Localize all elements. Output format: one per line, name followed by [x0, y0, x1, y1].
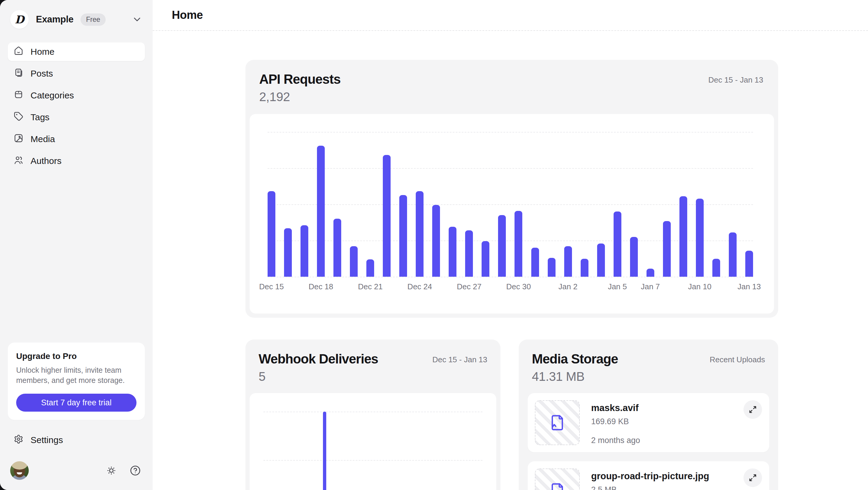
sidebar-item-label: Home	[31, 47, 55, 57]
chart-bar	[581, 259, 588, 277]
page-header: Home	[153, 0, 868, 31]
webhook-deliveries-total: 5	[258, 366, 378, 384]
chart-bar	[564, 246, 572, 277]
sidebar-footer	[8, 461, 145, 480]
x-axis-tick-label: Dec 21	[358, 282, 382, 291]
chart-bar	[432, 205, 440, 277]
media-thumbnail	[535, 468, 580, 490]
webhook-date-range: Dec 15 - Jan 13	[432, 355, 487, 364]
chart-bar	[712, 259, 720, 277]
upgrade-title: Upgrade to Pro	[16, 352, 136, 361]
media-storage-card: Media Storage 41.31 MB Recent Uploads ma…	[519, 339, 778, 490]
chart-bar	[465, 230, 473, 277]
workspace-name: Example	[36, 14, 73, 25]
expand-button[interactable]	[743, 468, 762, 487]
chart-bar	[284, 228, 292, 277]
workspace-switcher[interactable]: D Example Free	[8, 9, 145, 29]
chart-bar	[498, 215, 506, 277]
x-axis-tick-label: Dec 15	[259, 282, 284, 291]
api-requests-title: API Requests	[259, 72, 341, 87]
expand-button[interactable]	[743, 400, 762, 419]
chart-bar	[679, 196, 687, 277]
chart-bar	[399, 195, 407, 277]
api-requests-chart: Dec 15Dec 18Dec 21Dec 24Dec 27Dec 30Jan …	[250, 114, 774, 314]
chart-bar	[745, 251, 753, 277]
settings-label: Settings	[31, 435, 63, 445]
x-axis-tick-label: Jan 13	[738, 282, 761, 291]
chart-bar	[663, 221, 671, 277]
sidebar-item-authors[interactable]: Authors	[8, 152, 145, 170]
chart-bar	[383, 155, 391, 277]
file-image-icon	[548, 414, 567, 432]
chart-gridline	[268, 277, 753, 277]
upgrade-card: Upgrade to Pro Unlock higher limits, inv…	[8, 342, 145, 420]
theme-toggle-sun-icon[interactable]	[104, 463, 119, 478]
chevron-down-icon[interactable]	[132, 14, 143, 25]
media-file-size: 169.69 KB	[591, 417, 640, 426]
posts-icon	[14, 68, 23, 79]
media-list-item[interactable]: masks.avif 169.69 KB 2 months ago	[528, 393, 769, 452]
media-storage-title: Media Storage	[532, 352, 618, 366]
chart-bar	[630, 237, 638, 277]
chart-bar	[334, 219, 341, 277]
media-file-uploaded: 2 months ago	[591, 436, 640, 445]
api-requests-card: API Requests 2,192 Dec 15 - Jan 13 Dec 1…	[245, 60, 778, 318]
api-requests-date-range: Dec 15 - Jan 13	[708, 75, 763, 85]
media-file-name: masks.avif	[591, 403, 640, 414]
chart-bar	[268, 191, 275, 277]
sidebar-item-tags[interactable]: Tags	[8, 108, 145, 127]
chart-bar	[597, 243, 605, 277]
media-storage-total: 41.31 MB	[532, 366, 618, 384]
webhook-deliveries-title: Webhook Deliveries	[258, 352, 378, 366]
expand-icon	[748, 473, 757, 482]
gear-icon	[14, 434, 23, 446]
api-chart-plot	[268, 132, 753, 277]
workspace-logo: D	[10, 10, 29, 29]
media-list-item[interactable]: group-road-trip-picture.jpg 2.5 MB	[528, 461, 769, 490]
webhook-deliveries-card: Webhook Deliveries 5 Dec 15 - Jan 13	[245, 339, 500, 490]
upgrade-description: Unlock higher limits, invite team member…	[16, 365, 136, 385]
help-icon[interactable]	[128, 463, 143, 478]
webhook-chart-plot	[264, 412, 483, 490]
plan-badge: Free	[81, 13, 105, 26]
x-axis-tick-label: Dec 30	[506, 282, 531, 291]
chart-bar	[317, 146, 325, 277]
sidebar-item-posts[interactable]: Posts	[8, 64, 145, 83]
chart-bar	[696, 199, 704, 277]
x-axis-tick-label: Dec 18	[309, 282, 333, 291]
start-trial-button[interactable]: Start 7 day free trial	[16, 394, 136, 412]
chart-bar	[614, 211, 621, 277]
media-thumbnail	[535, 400, 580, 445]
categories-icon	[14, 90, 23, 101]
x-axis-tick-label: Jan 10	[688, 282, 711, 291]
chart-bar	[548, 258, 556, 277]
sidebar-item-label: Posts	[31, 68, 53, 79]
x-axis-tick-label: Jan 2	[559, 282, 578, 291]
chart-bar	[515, 211, 522, 277]
image-icon	[14, 133, 23, 145]
chart-bar	[647, 269, 654, 277]
dashboard-content: API Requests 2,192 Dec 15 - Jan 13 Dec 1…	[153, 31, 868, 490]
recent-uploads-label: Recent Uploads	[710, 355, 765, 364]
chart-bar	[449, 227, 457, 277]
x-axis-tick-label: Jan 7	[641, 282, 660, 291]
webhook-chart	[250, 393, 496, 490]
chart-bar	[531, 248, 539, 277]
user-avatar[interactable]	[10, 461, 29, 480]
sidebar-item-label: Media	[31, 134, 55, 144]
chart-bar	[350, 246, 358, 277]
sidebar: D Example Free Home Posts Categories	[0, 0, 153, 490]
tag-icon	[14, 111, 23, 123]
sidebar-item-media[interactable]: Media	[8, 130, 145, 149]
x-axis-tick-label: Dec 27	[457, 282, 481, 291]
sidebar-item-home[interactable]: Home	[8, 42, 145, 61]
sidebar-item-label: Categories	[31, 90, 74, 100]
main-area: Home API Requests 2,192 Dec 15 - Jan 13 …	[153, 0, 868, 490]
api-chart-x-axis: Dec 15Dec 18Dec 21Dec 24Dec 27Dec 30Jan …	[268, 282, 753, 300]
sidebar-item-settings[interactable]: Settings	[8, 431, 145, 449]
media-file-name: group-road-trip-picture.jpg	[591, 471, 709, 482]
chart-bar	[729, 232, 737, 277]
chart-bar	[301, 225, 308, 277]
sidebar-item-categories[interactable]: Categories	[8, 86, 145, 105]
sidebar-item-label: Authors	[31, 156, 61, 166]
